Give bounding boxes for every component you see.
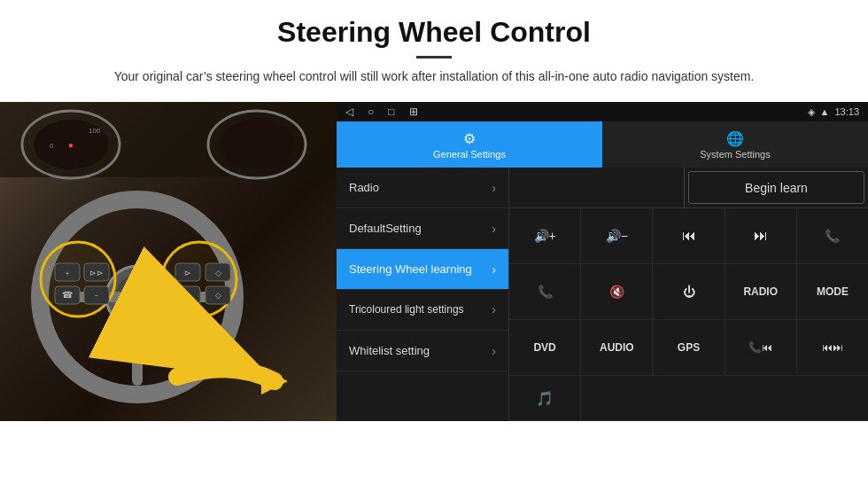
system-settings-icon: 🌐 — [726, 130, 744, 147]
phone-prev-btn[interactable]: 📞⏮ — [725, 320, 797, 375]
empty-cell-1 — [581, 376, 868, 420]
menu-item-steering[interactable]: Steering Wheel learning › — [337, 249, 508, 290]
svg-text:●: ● — [68, 140, 74, 150]
prev-track-btn[interactable]: ⏮ — [653, 208, 725, 263]
svg-text:⊳⊳: ⊳⊳ — [89, 269, 104, 277]
controls-row-3: DVD AUDIO GPS 📞⏮ — [509, 320, 868, 376]
phone-pickup-icon: 📞 — [825, 229, 840, 243]
radio-btn[interactable]: RADIO — [725, 264, 797, 319]
steering-wheel-svg: ● 0 100 + — [0, 102, 337, 421]
music-btn[interactable]: 🎵 — [509, 376, 581, 420]
svg-text:☎: ☎ — [62, 290, 73, 300]
dvd-btn[interactable]: DVD — [509, 320, 581, 375]
prev-next-btn[interactable]: ⏮⏭ — [797, 320, 868, 375]
menu-list: Radio › DefaultSetting › Steering Wheel … — [337, 168, 509, 421]
radio-label: RADIO — [743, 285, 778, 298]
tab-system-label: System Settings — [700, 149, 770, 160]
menu-radio-label: Radio — [349, 181, 379, 194]
controls-row-1: 🔊+ 🔊− ⏮ ⏭ 📞 — [509, 208, 868, 264]
controls-grid: 🔊+ 🔊− ⏮ ⏭ 📞 — [509, 208, 868, 421]
device-panel: ◁ ○ □ ⊞ ◈ ▲ 13:13 ⚙ General Settings — [337, 102, 868, 421]
content-row: ● 0 100 + — [0, 102, 868, 500]
svg-rect-13 — [132, 328, 143, 386]
svg-text:0: 0 — [50, 142, 54, 150]
recents-nav-btn[interactable]: □ — [388, 105, 394, 118]
menu-item-radio[interactable]: Radio › — [337, 168, 508, 208]
prev-track-icon: ⏮ — [682, 228, 696, 244]
menu-whitelist-label: Whitelist setting — [349, 344, 430, 357]
page-container: Steering Wheel Control Your original car… — [0, 0, 868, 500]
title-divider — [416, 56, 452, 59]
menu-item-tricoloured[interactable]: Tricoloured light settings › — [337, 290, 508, 331]
controls-area: Begin learn 🔊+ 🔊− — [509, 168, 868, 421]
back-nav-btn[interactable]: ◁ — [345, 105, 353, 118]
home-nav-btn[interactable]: ○ — [368, 105, 374, 118]
empty-learn-box — [509, 168, 685, 207]
svg-text:+: + — [66, 270, 70, 277]
general-settings-icon: ⚙ — [463, 130, 476, 147]
next-track-btn[interactable]: ⏭ — [725, 208, 797, 263]
svg-text:100: 100 — [89, 127, 101, 135]
menu-item-default[interactable]: DefaultSetting › — [337, 208, 508, 249]
location-icon: ◈ — [808, 106, 815, 118]
menu-whitelist-chevron: › — [492, 344, 496, 358]
mode-label: MODE — [817, 285, 849, 298]
menu-radio-chevron: › — [492, 181, 496, 195]
svg-text:◇: ◇ — [215, 291, 221, 300]
menu-default-chevron: › — [492, 222, 496, 236]
dvd-label: DVD — [533, 341, 555, 354]
menu-steering-chevron: › — [492, 262, 496, 277]
menu-nav-btn[interactable]: ⊞ — [409, 105, 418, 118]
answer-call-btn[interactable]: 📞 — [509, 264, 581, 319]
tab-general-label: General Settings — [433, 149, 506, 160]
time-display: 13:13 — [834, 106, 859, 117]
vol-up-btn[interactable]: 🔊+ — [509, 208, 581, 263]
phone-pickup-btn[interactable]: 📞 — [797, 208, 868, 263]
menu-steering-label: Steering Wheel learning — [349, 262, 472, 276]
vol-down-btn[interactable]: 🔊− — [581, 208, 653, 263]
menu-tricoloured-label: Tricoloured light settings — [349, 303, 464, 316]
vol-down-icon: 🔊− — [606, 229, 628, 243]
mute-icon: 🔇 — [609, 285, 624, 299]
power-icon: ⏻ — [683, 285, 695, 299]
signal-icon: ▲ — [820, 106, 830, 117]
svg-text:◇: ◇ — [215, 269, 221, 277]
audio-btn[interactable]: AUDIO — [581, 320, 653, 375]
vol-up-icon: 🔊+ — [534, 229, 556, 243]
answer-call-icon: 📞 — [538, 285, 553, 299]
begin-learn-button[interactable]: Begin learn — [688, 171, 864, 204]
gps-label: GPS — [678, 341, 700, 354]
tab-system-settings[interactable]: 🌐 System Settings — [602, 121, 868, 168]
status-bar-right: ◈ ▲ 13:13 — [808, 106, 859, 118]
music-icon: 🎵 — [536, 390, 554, 407]
power-btn[interactable]: ⏻ — [653, 264, 725, 319]
tab-general-settings[interactable]: ⚙ General Settings — [337, 121, 602, 168]
page-title: Steering Wheel Control — [53, 16, 815, 49]
audio-label: AUDIO — [600, 341, 634, 354]
menu-default-label: DefaultSetting — [349, 222, 422, 235]
prev-next-icon: ⏮⏭ — [822, 341, 843, 354]
header-section: Steering Wheel Control Your original car… — [0, 0, 868, 93]
nav-buttons: ◁ ○ □ ⊞ — [345, 105, 418, 118]
tabs-row: ⚙ General Settings 🌐 System Settings — [337, 121, 868, 168]
menu-item-whitelist[interactable]: Whitelist setting › — [337, 331, 508, 371]
phone-prev-icon: 📞⏮ — [748, 341, 772, 354]
mute-btn[interactable]: 🔇 — [581, 264, 653, 319]
menu-tricoloured-chevron: › — [492, 302, 496, 317]
controls-row-4: 🎵 — [509, 376, 868, 421]
main-area: Radio › DefaultSetting › Steering Wheel … — [337, 168, 868, 421]
mode-btn[interactable]: MODE — [797, 264, 868, 319]
controls-top-row: Begin learn — [509, 168, 868, 208]
gps-btn[interactable]: GPS — [653, 320, 725, 375]
svg-text:⊳: ⊳ — [184, 269, 191, 277]
next-track-icon: ⏭ — [754, 228, 768, 244]
controls-row-2: 📞 🔇 ⏻ RADIO MO — [509, 264, 868, 320]
steering-wheel-photo: ● 0 100 + — [0, 102, 337, 421]
svg-text:−: − — [95, 292, 99, 300]
svg-text:○: ○ — [185, 291, 190, 300]
svg-point-5 — [220, 120, 294, 169]
status-bar: ◁ ○ □ ⊞ ◈ ▲ 13:13 — [337, 102, 868, 121]
page-subtitle: Your original car’s steering wheel contr… — [97, 67, 771, 86]
